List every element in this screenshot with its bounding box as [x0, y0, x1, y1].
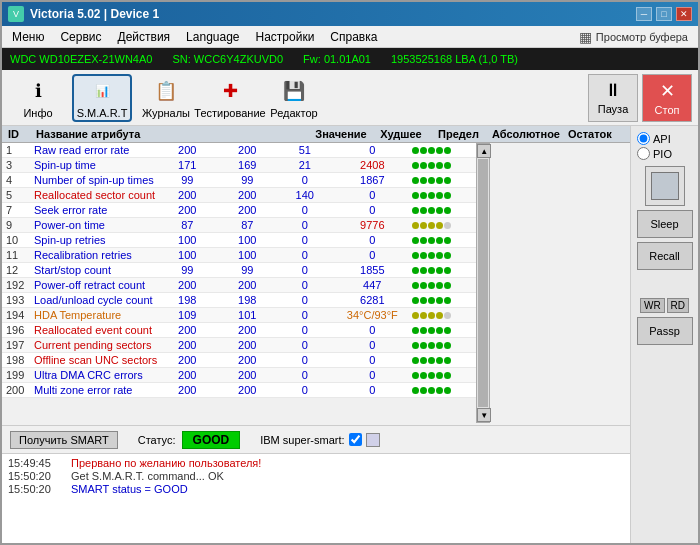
cell-value: 200 [157, 144, 217, 156]
table-row: 193 Load/unload cycle count 198 198 0 62… [2, 293, 476, 308]
menu-service[interactable]: Сервис [54, 28, 107, 46]
cell-thresh: 0 [277, 339, 332, 351]
log-entry: 15:50:20 Get S.M.A.R.T. command... OK [8, 470, 624, 482]
journals-button[interactable]: 📋 Журналы [136, 74, 196, 122]
menu-actions[interactable]: Действия [112, 28, 177, 46]
dot-indicator [436, 357, 443, 364]
table-row: 5 Reallocated sector count 200 200 140 0 [2, 188, 476, 203]
cell-remain [412, 192, 472, 199]
ibm-checkbox[interactable] [349, 433, 362, 446]
log-area[interactable]: 15:49:45 Прервано по желанию пользовател… [2, 453, 630, 543]
table-body[interactable]: 1 Raw read error rate 200 200 51 0 3 Spi… [2, 143, 476, 423]
scroll-down-btn[interactable]: ▼ [477, 408, 491, 422]
dot-indicator [420, 387, 427, 394]
scroll-thumb[interactable] [478, 159, 488, 407]
cell-thresh: 51 [277, 144, 332, 156]
smart-icon: 📊 [88, 77, 116, 105]
col-thresh-header: Предел [431, 128, 486, 140]
stop-button[interactable]: ✕ Стоп [642, 74, 692, 122]
stop-label: Стоп [655, 104, 680, 116]
cell-absolute: 1867 [332, 174, 412, 186]
menu-help[interactable]: Справка [324, 28, 383, 46]
table-row: 199 Ultra DMA CRC errors 200 200 0 0 [2, 368, 476, 383]
dot-indicator [436, 297, 443, 304]
cell-remain [412, 177, 472, 184]
cell-id: 192 [6, 279, 34, 291]
dot-indicator [420, 147, 427, 154]
cell-thresh: 21 [277, 159, 332, 171]
ibm-super-smart: IBM super-smart: [260, 433, 379, 447]
cell-id: 199 [6, 369, 34, 381]
menu-menu[interactable]: Меню [6, 28, 50, 46]
cell-value: 109 [157, 309, 217, 321]
dot-indicator [412, 162, 419, 169]
pio-label: PIO [653, 148, 672, 160]
view-buffer-btn[interactable]: ▦ Просмотр буфера [573, 29, 694, 45]
cell-absolute: 0 [332, 204, 412, 216]
pio-radio[interactable] [637, 147, 650, 160]
table-row: 7 Seek error rate 200 200 0 0 [2, 203, 476, 218]
dot-indicator [412, 342, 419, 349]
pause-button[interactable]: ⏸ Пауза [588, 74, 638, 122]
cell-absolute: 0 [332, 339, 412, 351]
cell-id: 7 [6, 204, 34, 216]
dot-indicator [444, 162, 451, 169]
passp-button[interactable]: Passp [637, 317, 693, 345]
dot-indicator [412, 252, 419, 259]
table-row: 10 Spin-up retries 100 100 0 0 [2, 233, 476, 248]
table-row: 4 Number of spin-up times 99 99 0 1867 [2, 173, 476, 188]
cell-worst: 200 [217, 279, 277, 291]
cell-name: Reallocated sector count [34, 189, 157, 201]
cell-id: 4 [6, 174, 34, 186]
dot-indicator [412, 177, 419, 184]
get-smart-button[interactable]: Получить SMART [10, 431, 118, 449]
sn-value: WCC6Y4ZKUVD0 [194, 53, 283, 65]
close-button[interactable]: ✕ [676, 7, 692, 21]
cell-worst: 101 [217, 309, 277, 321]
editor-button[interactable]: 💾 Редактор [264, 74, 324, 122]
dot-indicator [444, 207, 451, 214]
cell-remain [412, 237, 472, 244]
cell-worst: 200 [217, 189, 277, 201]
main-content: ID Название атрибута Значение Худшее Пре… [2, 126, 630, 543]
cell-value: 171 [157, 159, 217, 171]
cell-name: Power-off retract count [34, 279, 157, 291]
dot-indicator [428, 342, 435, 349]
table-row: 192 Power-off retract count 200 200 0 44… [2, 278, 476, 293]
cell-worst: 100 [217, 234, 277, 246]
dot-indicator [428, 372, 435, 379]
dot-indicator [436, 372, 443, 379]
dot-indicator [444, 387, 451, 394]
scroll-up-btn[interactable]: ▲ [477, 144, 491, 158]
col-remain-header: Остаток [566, 128, 626, 140]
ibm-label: IBM super-smart: [260, 434, 344, 446]
table-scrollbar[interactable]: ▲ ▼ [476, 143, 490, 423]
test-button[interactable]: ✚ Тестирование [200, 74, 260, 122]
cell-worst: 87 [217, 219, 277, 231]
cell-id: 196 [6, 324, 34, 336]
info-label: Инфо [23, 107, 52, 119]
menu-language[interactable]: Language [180, 28, 245, 46]
minimize-button[interactable]: ─ [636, 7, 652, 21]
cell-worst: 200 [217, 369, 277, 381]
menu-settings[interactable]: Настройки [250, 28, 321, 46]
dot-indicator [428, 207, 435, 214]
journals-label: Журналы [142, 107, 190, 119]
device-model: WDC WD10EZEX-21WN4A0 [10, 53, 152, 65]
wr-label: WR [640, 298, 665, 313]
api-radio[interactable] [637, 132, 650, 145]
cell-name: Number of spin-up times [34, 174, 157, 186]
content-area: ID Название атрибута Значение Худшее Пре… [2, 126, 698, 543]
sleep-button[interactable]: Sleep [637, 210, 693, 238]
smart-button[interactable]: 📊 S.M.A.R.T [72, 74, 132, 122]
cell-name: Raw read error rate [34, 144, 157, 156]
dot-indicator [428, 222, 435, 229]
cell-thresh: 0 [277, 354, 332, 366]
cell-absolute: 0 [332, 369, 412, 381]
pause-icon: ⏸ [604, 80, 622, 101]
title-controls: ─ □ ✕ [636, 7, 692, 21]
recall-button[interactable]: Recall [637, 242, 693, 270]
maximize-button[interactable]: □ [656, 7, 672, 21]
info-button[interactable]: ℹ Инфо [8, 74, 68, 122]
dot-indicator [420, 342, 427, 349]
